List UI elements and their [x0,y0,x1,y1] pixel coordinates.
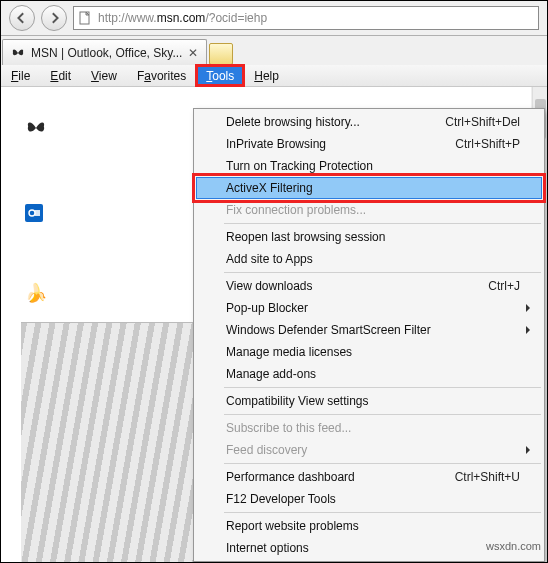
tab-msn[interactable]: MSN | Outlook, Office, Sky... ✕ [2,39,207,65]
menu-file[interactable]: File [1,65,40,86]
mi-feed-discovery: Feed discovery [196,439,542,461]
mi-delete-history[interactable]: Delete browsing history...Ctrl+Shift+Del [196,111,542,133]
separator [224,223,541,224]
mi-manage-media[interactable]: Manage media licenses [196,341,542,363]
site-icon [74,11,96,25]
menu-favorites[interactable]: Favorites [127,65,196,86]
new-tab-button[interactable] [209,43,233,65]
menu-help[interactable]: Help [244,65,289,86]
separator [224,272,541,273]
mi-add-site-apps[interactable]: Add site to Apps [196,248,542,270]
mi-smartscreen[interactable]: Windows Defender SmartScreen Filter [196,319,542,341]
menu-view[interactable]: View [81,65,127,86]
butterfly-icon [11,46,25,60]
mi-fix-connection: Fix connection problems... [196,199,542,221]
menu-edit[interactable]: Edit [40,65,81,86]
url-text: http://www.msn.com/?ocid=iehp [96,11,538,25]
separator [224,387,541,388]
separator [224,414,541,415]
menu-tools[interactable]: Tools [196,65,244,86]
mi-view-downloads[interactable]: View downloadsCtrl+J [196,275,542,297]
navigation-bar: http://www.msn.com/?ocid=iehp [1,1,547,36]
svg-rect-3 [35,210,40,216]
mi-popup-blocker[interactable]: Pop-up Blocker [196,297,542,319]
mi-report-problems[interactable]: Report website problems [196,515,542,537]
mi-compatibility-view[interactable]: Compatibility View settings [196,390,542,412]
mi-manage-addons[interactable]: Manage add-ons [196,363,542,385]
tools-dropdown: Delete browsing history...Ctrl+Shift+Del… [193,108,545,562]
close-icon[interactable]: ✕ [188,46,198,60]
mi-performance-dashboard[interactable]: Performance dashboardCtrl+Shift+U [196,466,542,488]
mi-tracking-protection[interactable]: Turn on Tracking Protection [196,155,542,177]
banana-icon: 🍌 [25,282,47,304]
outlook-icon[interactable] [25,204,43,222]
separator [224,512,541,513]
butterfly-icon [25,117,47,144]
menu-bar: File Edit View Favorites Tools Help [1,65,547,87]
mi-subscribe-feed: Subscribe to this feed... [196,417,542,439]
mi-inprivate[interactable]: InPrivate BrowsingCtrl+Shift+P [196,133,542,155]
mi-f12-devtools[interactable]: F12 Developer Tools [196,488,542,510]
tab-strip: MSN | Outlook, Office, Sky... ✕ [1,36,547,65]
mi-activex-filtering[interactable]: ActiveX Filtering [196,177,542,199]
address-bar[interactable]: http://www.msn.com/?ocid=iehp [73,6,539,30]
mi-reopen-session[interactable]: Reopen last browsing session [196,226,542,248]
forward-button[interactable] [41,5,67,31]
watermark: wsxdn.com [486,540,541,552]
back-button[interactable] [9,5,35,31]
separator [224,463,541,464]
tab-title: MSN | Outlook, Office, Sky... [31,46,182,60]
